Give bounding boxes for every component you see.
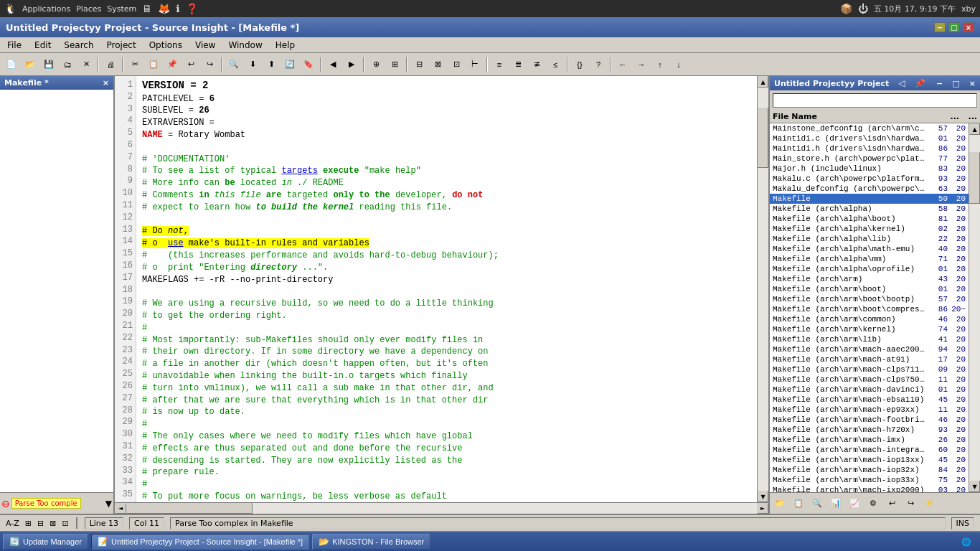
file-list-item-8[interactable]: Makefile (arch\alpha)5820 [770,204,969,214]
tb-btn-10[interactable]: ⊢ [466,56,484,73]
taskbar-item-1[interactable]: 📝 Untitled Projectyy Project - Source In… [91,534,309,550]
rp-btn-2[interactable]: 📋 [790,495,807,512]
file-list-item-27[interactable]: Makefile (arch\arm\mach-ebsa110)4520 [770,395,969,405]
menu-window[interactable]: Window [222,39,268,52]
context-indicator[interactable]: Parse Too comple [11,498,81,509]
file-list-item-34[interactable]: Makefile (arch\arm\mach-iop32x)8420 [770,465,969,475]
file-list-item-30[interactable]: Makefile (arch\arm\mach-h720x)9320 [770,425,969,435]
file-list-item-12[interactable]: Makefile (arch\alpha\math-emu)4020 [770,244,969,254]
file-list-item-0[interactable]: Mainstone_defconfig (arch\arm\configs)57… [770,123,969,133]
file-list-item-36[interactable]: Makefile (arch\arm\mach-ixp2000)0320 [770,485,969,492]
left-panel-close[interactable]: × [103,78,109,88]
rp-btn-7[interactable]: ↩ [883,495,900,512]
rp-btn-3[interactable]: 🔍 [809,495,826,512]
open-button[interactable]: 📂 [22,56,39,73]
menu-help[interactable]: Help [270,39,301,52]
vscroll-track[interactable] [758,88,768,491]
hscroll-track[interactable] [126,503,757,514]
file-list-item-17[interactable]: Makefile (arch\arm\boot\bootp)5720 [770,294,969,304]
vscroll-thumb[interactable] [758,108,768,168]
file-list-item-28[interactable]: Makefile (arch\arm\mach-ep93xx)1120 [770,405,969,415]
tb-btn-8[interactable]: ⊠ [429,56,446,73]
file-list-item-15[interactable]: Makefile (arch\arm)4320 [770,274,969,284]
save-all-button[interactable]: 🗂 [59,56,76,73]
taskbar-item-2[interactable]: 📂 KINGSTON - File Browser [312,534,430,550]
file-list-item-23[interactable]: Makefile (arch\arm\mach-at91)1720 [770,354,969,364]
print-button[interactable]: 🖨 [102,56,119,73]
file-list-item-9[interactable]: Makefile (arch\alpha\boot)8120 [770,214,969,224]
file-list-item-22[interactable]: Makefile (arch\arm\mach-aaec2000)9420 [770,344,969,354]
panel-close-btn[interactable]: × [969,79,976,88]
tb-btn-18[interactable]: → [633,56,650,73]
code-editor[interactable]: 1 2 3 4 5 6 7 8 9 10 11 12 13 14 15 16 1… [115,76,768,514]
rp-btn-6[interactable]: ⚙ [864,495,882,512]
applications-menu[interactable]: Applications [22,4,70,14]
file-vscroll-down[interactable]: ▼ [969,481,980,492]
menu-file[interactable]: File [1,39,27,52]
save-button[interactable]: 💾 [40,56,57,73]
tb-btn-12[interactable]: ≣ [509,56,527,73]
tb-btn-7[interactable]: ⊟ [410,56,428,73]
copy-button[interactable]: 📋 [145,56,162,73]
bookmark-button[interactable]: 🔖 [300,56,317,73]
menu-search[interactable]: Search [58,39,99,52]
file-list-item-18[interactable]: Makefile (arch\arm\boot\compressed)8620− [770,304,969,314]
file-list-item-2[interactable]: Maintidi.h (drivers\isdn\hardware\eicon)… [770,143,969,154]
tb-btn-20[interactable]: ↓ [670,56,687,73]
project-search-input[interactable] [773,93,977,108]
hscroll-right[interactable]: ► [757,504,768,514]
vscroll-down[interactable]: ▼ [758,491,768,502]
file-list-item-5[interactable]: Makalu.c (arch\powerpc\platforms\40x)932… [770,174,969,184]
file-list-item-1[interactable]: Maintidi.c (drivers\isdn\hardware\eicon)… [770,133,969,143]
tb-btn-11[interactable]: ≡ [491,56,508,73]
file-list-item-19[interactable]: Makefile (arch\arm\common)4620 [770,314,969,324]
tb-btn-17[interactable]: ← [614,56,631,73]
new-button[interactable]: 📄 [3,56,20,73]
file-list-item-25[interactable]: Makefile (arch\arm\mach-clps7500)1120 [770,375,969,385]
file-list-item-32[interactable]: Makefile (arch\arm\mach-integrator)6020 [770,445,969,455]
file-list-item-31[interactable]: Makefile (arch\arm\mach-imx)2620 [770,435,969,445]
editor-vscrollbar[interactable]: ▲ ▼ [757,76,768,502]
file-list-item-7[interactable]: Makefile5020 [770,194,969,204]
find-next-button[interactable]: ⬇ [244,56,261,73]
rp-btn-9[interactable]: ⚡ [920,495,938,512]
tb-btn-9[interactable]: ⊡ [448,56,465,73]
editor-hscrollbar[interactable]: ◄ ► [115,502,768,514]
hscroll-left[interactable]: ◄ [115,504,126,514]
tb-btn-16[interactable]: ? [590,56,607,73]
menu-edit[interactable]: Edit [29,39,57,52]
file-list-item-26[interactable]: Makefile (arch\arm\mach-davinci)0120 [770,385,969,395]
rp-btn-1[interactable]: 📁 [771,495,788,512]
minimize-button[interactable]: − [934,22,946,32]
jump-button[interactable]: ⊕ [367,56,385,73]
left-panel-scroll[interactable]: ▼ [105,499,112,509]
close-file-button[interactable]: ✕ [77,56,95,73]
editor-scroll[interactable]: VERSION = 2 PATCHLEVEL = 6 SUBLEVEL = 26… [136,76,757,502]
find-button[interactable]: 🔍 [225,56,242,73]
file-list-item-29[interactable]: Makefile (arch\arm\mach-footbridge)4620 [770,415,969,425]
file-list-item-10[interactable]: Makefile (arch\alpha\kernel)0220 [770,224,969,234]
code-content[interactable]: VERSION = 2 PATCHLEVEL = 6 SUBLEVEL = 26… [136,76,757,502]
file-list-item-3[interactable]: Main_store.h (arch\powerpc\platforms\v)7… [770,154,969,164]
file-list-item-35[interactable]: Makefile (arch\arm\mach-iop33x)7520 [770,475,969,485]
hscroll-thumb[interactable] [126,503,253,514]
tb-btn-13[interactable]: ≢ [528,56,545,73]
file-list-item-13[interactable]: Makefile (arch\alpha\mm)7120 [770,254,969,264]
paste-button[interactable]: 📌 [164,56,181,73]
file-list-item-33[interactable]: Makefile (arch\arm\mach-iop13xx)4520 [770,455,969,465]
file-list-item-11[interactable]: Makefile (arch\alpha\lib)2220 [770,234,969,244]
file-list-vscrollbar[interactable]: ▲ ▼ [969,123,980,492]
menu-options[interactable]: Options [143,39,188,52]
menu-view[interactable]: View [189,39,221,52]
file-vscroll-thumb[interactable] [969,152,980,204]
file-list[interactable]: Mainstone_defconfig (arch\arm\configs)57… [770,123,969,492]
undo-button[interactable]: ↩ [182,56,199,73]
file-vscroll-track[interactable] [969,135,980,481]
taskbar-item-0[interactable]: 🔄 Update Manager [3,534,88,550]
file-list-item-21[interactable]: Makefile (arch\arm\lib)4120 [770,334,969,344]
vscroll-up[interactable]: ▲ [758,76,768,88]
tb-btn-15[interactable]: {} [571,56,588,73]
rp-btn-5[interactable]: 📈 [846,495,863,512]
panel-max-btn[interactable]: □ [952,79,959,88]
editor-wrapper[interactable]: 1 2 3 4 5 6 7 8 9 10 11 12 13 14 15 16 1… [115,76,768,502]
